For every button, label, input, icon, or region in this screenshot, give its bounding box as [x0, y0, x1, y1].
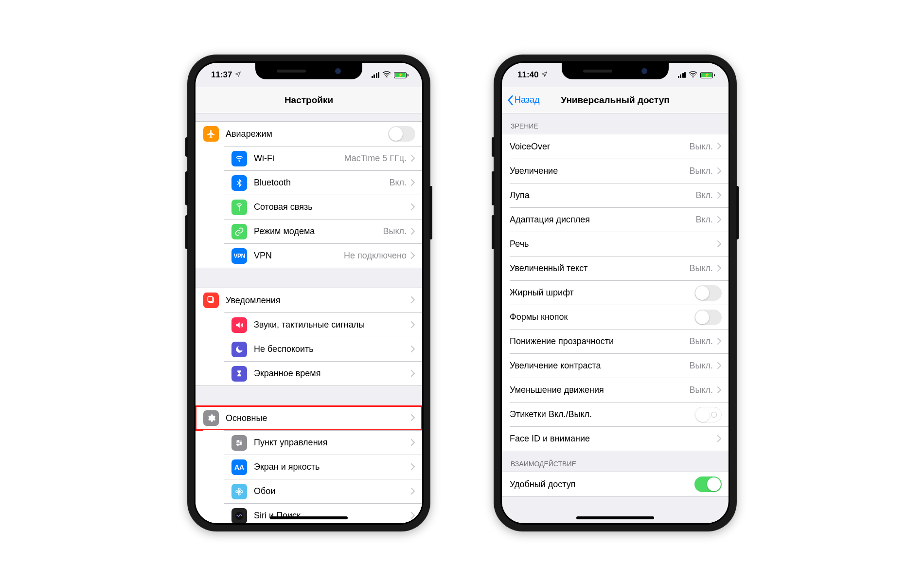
- row-понижение-прозрачности[interactable]: Понижение прозрачностиВыкл.: [510, 329, 729, 353]
- row-label: Увеличенный текст: [510, 263, 689, 274]
- speaker-icon: [231, 317, 247, 333]
- row-экранное-время[interactable]: Экранное время: [224, 361, 422, 385]
- hourglass-icon: [231, 366, 247, 382]
- chevron-right-icon: [410, 437, 415, 449]
- accessibility-list: ЗРЕНИЕVoiceOverВыкл.УвеличениеВыкл.ЛупаВ…: [502, 113, 729, 523]
- row-label: Понижение прозрачности: [510, 336, 689, 347]
- row-обои[interactable]: Обои: [224, 479, 422, 503]
- row-сотовая-связь[interactable]: Сотовая связь: [224, 195, 422, 219]
- vpn-icon: VPN: [231, 248, 247, 264]
- row-увеличение[interactable]: УвеличениеВыкл.: [510, 159, 729, 183]
- row-vpn[interactable]: VPNVPNНе подключено: [224, 243, 422, 268]
- toggle-switch[interactable]: [694, 310, 722, 325]
- row-value: Выкл.: [689, 361, 713, 371]
- settings-group: Удобный доступ: [502, 472, 729, 497]
- section-header: ВЗАИМОДЕЙСТВИЕ: [502, 451, 729, 472]
- settings-group: VoiceOverВыкл.УвеличениеВыкл.ЛупаВкл.Ада…: [502, 134, 729, 451]
- row-авиарежим[interactable]: Авиарежим: [195, 122, 422, 146]
- row-формы-кнопок[interactable]: Формы кнопок: [510, 305, 729, 329]
- cellular-icon: [678, 72, 686, 78]
- row-удобный-доступ[interactable]: Удобный доступ: [502, 472, 729, 496]
- svg-point-1: [239, 206, 240, 207]
- row-voiceover[interactable]: VoiceOverВыкл.: [502, 134, 729, 159]
- wifi-icon: [231, 151, 247, 166]
- status-time: 11:40: [517, 70, 538, 80]
- chevron-right-icon: [410, 152, 415, 165]
- row-не-беспокоить[interactable]: Не беспокоить: [224, 337, 422, 361]
- row-label: Основные: [226, 413, 410, 423]
- row-value: MacTime 5 ГГц.: [344, 153, 407, 164]
- row-label: Увеличение: [510, 166, 689, 176]
- cellular-icon: [372, 72, 380, 78]
- row-label: Обои: [254, 486, 410, 496]
- row-адаптация-дисплея[interactable]: Адаптация дисплеяВкл.: [510, 207, 729, 232]
- row-label: Экранное время: [254, 368, 410, 379]
- chevron-right-icon: [717, 262, 722, 275]
- row-речь[interactable]: Речь: [510, 232, 729, 256]
- toggle-switch[interactable]: [388, 126, 415, 142]
- row-face-id-и-внимание[interactable]: Face ID и внимание: [510, 426, 729, 451]
- toggle-switch[interactable]: [694, 476, 722, 492]
- moon-icon: [231, 342, 247, 357]
- row-пункт-управления[interactable]: Пункт управления: [224, 430, 422, 455]
- row-label: Увеличение контраста: [510, 361, 689, 371]
- row-label: Удобный доступ: [510, 479, 694, 490]
- row-увеличение-контраста[interactable]: Увеличение контрастаВыкл.: [510, 353, 729, 378]
- chevron-right-icon: [410, 201, 415, 214]
- row-bluetooth[interactable]: BluetoothВкл.: [224, 170, 422, 195]
- chevron-right-icon: [717, 384, 722, 397]
- svg-point-4: [237, 440, 239, 441]
- row-лупа[interactable]: ЛупаВкл.: [510, 183, 729, 207]
- row-label: Звуки, тактильные сигналы: [254, 320, 410, 330]
- airplane-icon: [203, 126, 219, 142]
- battery-icon: [394, 72, 409, 78]
- row-жирный-шрифт[interactable]: Жирный шрифт: [510, 280, 729, 305]
- row-увеличенный-текст[interactable]: Увеличенный текстВыкл.: [510, 256, 729, 280]
- row-label: Жирный шрифт: [510, 288, 694, 298]
- row-value: Не подключено: [344, 251, 407, 261]
- chevron-right-icon: [717, 165, 722, 178]
- home-indicator[interactable]: [576, 516, 654, 519]
- row-этикетки-вкл-выкл-[interactable]: Этикетки Вкл./Выкл.: [510, 402, 729, 426]
- row-wi-fi[interactable]: Wi-FiMacTime 5 ГГц.: [224, 146, 422, 170]
- chevron-right-icon: [717, 214, 722, 226]
- row-label: Уведомления: [226, 295, 410, 306]
- row-value: Вкл.: [389, 178, 407, 188]
- row-label: Речь: [510, 239, 717, 249]
- sliders-icon: [231, 435, 247, 451]
- navbar: Назад Универсальный доступ: [502, 87, 729, 113]
- home-indicator[interactable]: [270, 516, 348, 519]
- chevron-right-icon: [410, 294, 415, 307]
- row-siri-и-поиск[interactable]: Siri и Поиск: [224, 503, 422, 523]
- row-label: Авиарежим: [226, 129, 388, 139]
- row-label: Не беспокоить: [254, 344, 410, 354]
- navbar: Настройки: [195, 87, 422, 113]
- settings-list: АвиарежимWi-FiMacTime 5 ГГц.BluetoothВкл…: [195, 113, 422, 523]
- chevron-right-icon: [410, 485, 415, 498]
- settings-group: ОсновныеПункт управленияAAЭкран и яркост…: [195, 405, 422, 523]
- bell-icon: [203, 293, 219, 308]
- chevron-right-icon: [717, 335, 722, 348]
- row-экран-и-яркость[interactable]: AAЭкран и яркость: [224, 455, 422, 479]
- link-icon: [231, 224, 247, 239]
- svg-point-10: [236, 490, 238, 492]
- row-звуки-тактильные-сигналы[interactable]: Звуки, тактильные сигналы: [224, 312, 422, 337]
- gear-icon: [203, 410, 219, 426]
- row-value: Выкл.: [689, 336, 713, 347]
- row-режим-модема[interactable]: Режим модемаВыкл.: [224, 219, 422, 243]
- location-icon: [235, 70, 241, 80]
- row-label: Wi-Fi: [254, 153, 344, 164]
- svg-point-8: [238, 488, 240, 490]
- back-button[interactable]: Назад: [507, 95, 540, 106]
- chevron-right-icon: [410, 367, 415, 380]
- toggle-switch[interactable]: [694, 407, 722, 422]
- chevron-right-icon: [410, 412, 415, 424]
- row-уменьшение-движения[interactable]: Уменьшение движенияВыкл.: [510, 378, 729, 402]
- toggle-switch[interactable]: [694, 285, 722, 301]
- chevron-right-icon: [717, 433, 722, 445]
- row-основные[interactable]: Основные: [195, 406, 422, 430]
- row-label: Этикетки Вкл./Выкл.: [510, 409, 694, 420]
- row-label: Уменьшение движения: [510, 385, 689, 395]
- siri-icon: [231, 508, 247, 524]
- row-уведомления[interactable]: Уведомления: [195, 288, 422, 312]
